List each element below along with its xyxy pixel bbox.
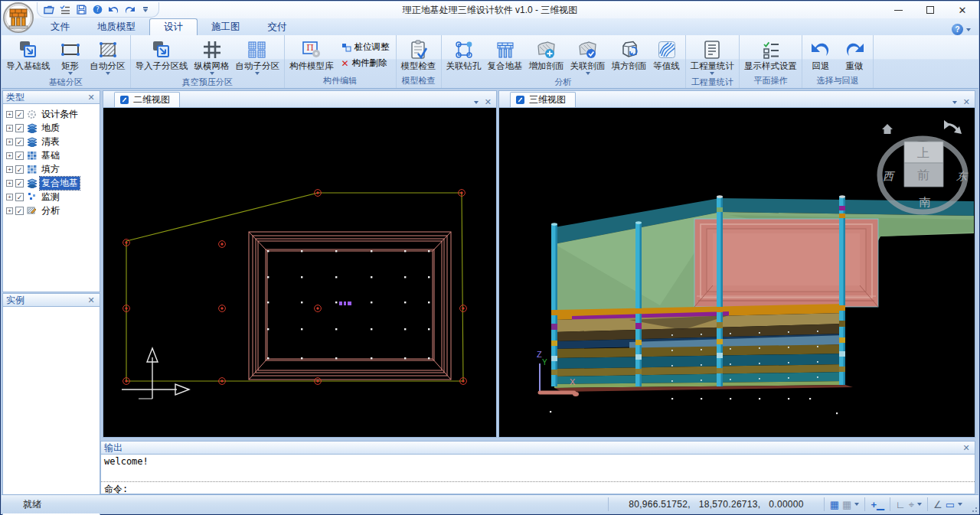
application-window: ? 理正地基处理三维设计软件 v1.0 - 三维视图 ✕ 文件 地质模型 设计 … bbox=[0, 0, 980, 515]
tab-design[interactable]: 设计 bbox=[149, 18, 198, 35]
tree-item-geology[interactable]: + ✓ 地质 bbox=[5, 121, 98, 135]
hatch-pen-icon bbox=[26, 206, 38, 216]
view3d-menu-caret-icon[interactable] bbox=[952, 101, 957, 104]
rectangle-button[interactable]: 矩形 bbox=[54, 36, 87, 76]
redo-button[interactable]: 重做 bbox=[838, 36, 871, 74]
view2d-menu-caret-icon[interactable] bbox=[474, 101, 479, 104]
undo-icon[interactable] bbox=[106, 4, 120, 16]
angle-snap-icon[interactable]: ∠ bbox=[933, 500, 942, 510]
checkbox-checked[interactable]: ✓ bbox=[15, 193, 24, 201]
expander-icon[interactable]: + bbox=[6, 180, 13, 187]
tab-geology-model[interactable]: 地质模型 bbox=[83, 18, 149, 35]
grid-lines-button[interactable]: 纵横网格 bbox=[191, 36, 233, 76]
import-subzone-line-button[interactable]: 导入子分区线 bbox=[132, 36, 191, 76]
ortho-toggle-icon[interactable]: ∟ bbox=[896, 500, 906, 510]
output-panel-title: 输出 bbox=[104, 442, 122, 455]
type-panel-title: 类型 bbox=[6, 91, 24, 104]
view2d-canvas[interactable] bbox=[103, 108, 497, 438]
fill-section-button[interactable]: 填方剖面 bbox=[609, 36, 650, 76]
instance-panel-close-icon[interactable]: ✕ bbox=[86, 295, 96, 305]
display-style-button[interactable]: 显示样式设置 bbox=[741, 36, 800, 74]
grid-toggle-icon[interactable]: ▦ bbox=[830, 500, 839, 510]
add-section-button[interactable]: 增加剖面 bbox=[526, 36, 567, 76]
close-button[interactable]: ✕ bbox=[946, 2, 978, 18]
contour-button[interactable]: 等值线 bbox=[650, 36, 684, 76]
section-plus-icon bbox=[536, 38, 557, 61]
pile-adjust-button[interactable]: 桩位调整 bbox=[339, 41, 392, 54]
svg-text:?: ? bbox=[96, 5, 100, 13]
polar-tracking-icon[interactable]: ⌖ bbox=[909, 500, 914, 510]
resize-grip[interactable] bbox=[968, 495, 978, 513]
dyn-input-caret-icon[interactable] bbox=[958, 503, 962, 506]
help-icon[interactable]: ? bbox=[90, 4, 104, 16]
grid-options-caret-icon[interactable] bbox=[854, 503, 859, 506]
checkbox-checked[interactable]: ✓ bbox=[15, 124, 24, 132]
app-logo-icon[interactable] bbox=[3, 2, 34, 33]
undo-button[interactable]: 回退 bbox=[804, 36, 838, 74]
tab-file[interactable]: 文件 bbox=[37, 18, 83, 35]
tree-item-clearing[interactable]: + ✓ 清表 bbox=[5, 135, 98, 148]
type-panel-close-icon[interactable]: ✕ bbox=[86, 93, 96, 103]
expander-icon[interactable]: + bbox=[6, 194, 13, 200]
qat-overflow-icon[interactable] bbox=[139, 4, 152, 16]
minimize-button[interactable] bbox=[882, 2, 914, 18]
output-panel-close-icon[interactable]: ✕ bbox=[961, 443, 972, 453]
tree-item-composite-foundation[interactable]: + ✓ 复合地基 bbox=[5, 176, 98, 190]
checkbox-checked[interactable]: ✓ bbox=[15, 207, 24, 215]
tree-item-fill[interactable]: + ✓ 填方 bbox=[5, 162, 98, 176]
dropdown-caret-icon bbox=[255, 72, 260, 75]
checkbox-checked[interactable]: ✓ bbox=[15, 179, 24, 187]
auto-partition-button[interactable]: 自动分区 bbox=[87, 36, 129, 76]
view3d-canvas[interactable]: Z Y X bbox=[498, 108, 975, 438]
task-list-icon[interactable] bbox=[58, 4, 72, 16]
tree-item-design-conditions[interactable]: + ✓ 设计条件 bbox=[5, 107, 98, 121]
snap-toggle-icon[interactable]: +▁ bbox=[871, 500, 884, 510]
checkbox-checked[interactable]: ✓ bbox=[15, 110, 24, 119]
grid-light-toggle-icon[interactable]: ▦ bbox=[842, 500, 851, 510]
component-library-button[interactable]: Π 构件模型库 bbox=[286, 36, 337, 74]
ground-dots bbox=[550, 398, 838, 414]
checkbox-checked[interactable]: ✓ bbox=[15, 165, 24, 174]
quantity-stats-button[interactable]: 工程量统计 bbox=[688, 36, 738, 76]
auto-subzone-button[interactable]: 自动子分区 bbox=[233, 36, 283, 76]
tree-item-foundation[interactable]: + ✓ 基础 bbox=[5, 148, 98, 162]
command-line[interactable]: 命令: bbox=[101, 481, 975, 494]
save-icon[interactable] bbox=[74, 4, 88, 16]
instance-list[interactable] bbox=[2, 307, 100, 515]
link-borehole-button[interactable]: 关联钻孔 bbox=[443, 36, 485, 76]
expander-icon[interactable]: + bbox=[6, 111, 13, 118]
dynamic-input-icon[interactable]: ▭ bbox=[946, 500, 955, 510]
checkbox-checked[interactable]: ✓ bbox=[15, 138, 24, 146]
import-foundation-line-button[interactable]: 导入基础线 bbox=[3, 36, 54, 76]
type-panel: 类型 ✕ + ✓ 设计条件 + ✓ 地质 + ✓ bbox=[2, 90, 100, 292]
view2d-close-icon[interactable]: ✕ bbox=[485, 97, 492, 107]
ribbon-help-icon[interactable]: ? bbox=[952, 24, 963, 35]
svg-text:Y: Y bbox=[542, 358, 547, 367]
tab-delivery[interactable]: 交付 bbox=[254, 18, 301, 35]
tree-item-analysis[interactable]: + ✓ 分析 bbox=[5, 204, 98, 217]
dropdown-caret-icon bbox=[210, 72, 214, 75]
home-icon bbox=[882, 124, 893, 134]
component-delete-button[interactable]: ✕ 构件删除 bbox=[339, 57, 392, 70]
expander-icon[interactable]: + bbox=[6, 139, 13, 145]
component-library-icon: Π bbox=[300, 38, 323, 61]
composite-foundation-button[interactable]: 复合地基 bbox=[485, 36, 526, 76]
expander-icon[interactable]: + bbox=[6, 166, 13, 173]
redo-icon[interactable] bbox=[122, 4, 136, 16]
view3d-tab[interactable]: 三维视图 bbox=[510, 92, 576, 107]
checkbox-checked[interactable]: ✓ bbox=[15, 152, 24, 160]
expander-icon[interactable]: + bbox=[6, 125, 13, 132]
link-section-button[interactable]: 关联剖面 bbox=[567, 36, 609, 76]
expander-icon[interactable]: + bbox=[6, 207, 13, 214]
help-caret-icon[interactable] bbox=[966, 28, 971, 31]
tree-item-monitoring[interactable]: + ✓ 监测 bbox=[5, 190, 98, 204]
output-console[interactable]: welcome! 命令: bbox=[100, 455, 975, 494]
maximize-button[interactable] bbox=[914, 2, 946, 18]
expander-icon[interactable]: + bbox=[6, 152, 13, 159]
tab-construction-drawing[interactable]: 施工图 bbox=[198, 18, 254, 35]
open-folder-icon[interactable] bbox=[42, 4, 56, 16]
view2d-tab[interactable]: 二维视图 bbox=[114, 92, 180, 107]
polar-options-caret-icon[interactable] bbox=[917, 503, 922, 506]
model-check-button[interactable]: 模型检查 bbox=[398, 36, 439, 74]
view3d-close-icon[interactable]: ✕ bbox=[963, 97, 970, 107]
